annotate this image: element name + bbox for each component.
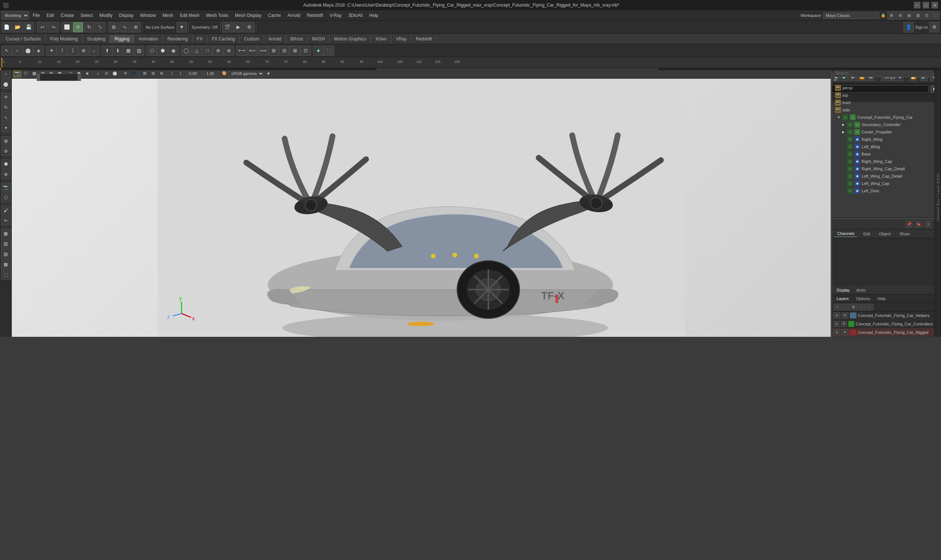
attr-expand-btn[interactable]: ⟩	[924, 220, 932, 228]
outliner-search-input[interactable]	[833, 69, 933, 77]
layout-4[interactable]: ▩	[1, 260, 11, 269]
open-scene-btn[interactable]: 📂	[12, 22, 23, 32]
sculpt-btn[interactable]: ⊛	[1, 146, 11, 156]
menu-mesh[interactable]: Mesh	[160, 11, 176, 20]
snap-point-btn[interactable]: ⊕	[131, 22, 141, 32]
tab-curves-surfaces[interactable]: Curves / Surfaces	[2, 35, 46, 43]
ik-spline-tool[interactable]: ⤵	[68, 46, 78, 56]
ipr-btn[interactable]: ▶	[233, 22, 243, 32]
nonlinear-tool[interactable]: ◉	[168, 46, 178, 56]
maximize-button[interactable]: □	[923, 2, 929, 8]
menu-edit-mesh[interactable]: Edit Mesh	[177, 11, 202, 20]
select-btn[interactable]: ⬜	[62, 22, 72, 32]
layout-2[interactable]: ▧	[1, 239, 11, 249]
controller-tool-1[interactable]: ◯	[181, 46, 191, 56]
universal-tool-btn[interactable]: ✦	[1, 123, 11, 133]
camera-persp[interactable]: 📷 persp	[832, 84, 934, 92]
parent-tool[interactable]: ⬆	[102, 46, 112, 56]
menu-edit[interactable]: Edit	[43, 11, 57, 20]
layers-subtab-layers[interactable]: Layers	[834, 295, 851, 302]
move-tool-btn[interactable]: ✛	[1, 92, 11, 102]
render-settings-btn[interactable]: ⚙	[244, 22, 254, 32]
layer-p-controllers[interactable]: P	[841, 321, 847, 327]
close-button[interactable]: ✕	[932, 2, 938, 8]
minimize-button[interactable]: ─	[914, 2, 920, 8]
vp-shading2[interactable]: ⊙	[102, 69, 110, 78]
vp-shading3[interactable]: ⬤	[111, 69, 119, 78]
vp-hud-btn[interactable]: ⊟	[149, 69, 157, 78]
camera-front[interactable]: 📷 front	[832, 99, 934, 106]
controller-tool-2[interactable]: △	[192, 46, 202, 56]
controller-tool-4[interactable]: ⊕	[213, 46, 223, 56]
menu-select[interactable]: Select	[78, 11, 95, 20]
expand-icon-secondary[interactable]: ▶	[841, 123, 846, 126]
new-scene-btn[interactable]: 📄	[2, 22, 12, 32]
quick-layout-btn[interactable]: ▦	[1, 229, 11, 238]
rotate-tool-btn[interactable]: ↻	[1, 103, 11, 112]
vp-shadow-btn[interactable]: ☀	[121, 69, 129, 78]
show-manip-btn[interactable]: ⬟	[1, 159, 11, 169]
layers-move-btn[interactable]: ↑	[858, 304, 865, 310]
layers-move-down-btn[interactable]: ↓	[866, 304, 873, 310]
layer-p-rigged[interactable]: P	[842, 329, 848, 335]
outliner-item-ldoor[interactable]: ⬡ ⬟ Left_Door	[832, 187, 934, 194]
layout-btn-6[interactable]: ⬚	[932, 11, 939, 20]
controller-tool-3[interactable]: □	[202, 46, 212, 56]
menu-file[interactable]: File	[30, 11, 43, 20]
tab-fx[interactable]: FX	[193, 35, 208, 43]
tab-motion-graphics[interactable]: Motion Graphics	[329, 35, 371, 43]
sign-in-btn[interactable]: 👤	[904, 22, 914, 32]
constraint-tool-1[interactable]: ⟷	[237, 46, 247, 56]
tab-vray[interactable]: VRay	[391, 35, 411, 43]
constraint-tool-7[interactable]: ⊡	[300, 46, 311, 56]
layout-btn-4[interactable]: ▥	[914, 11, 922, 20]
snap-grid-btn[interactable]: ⊞	[109, 22, 119, 32]
soft-mod-btn[interactable]: ◍	[1, 136, 11, 146]
joint-tool[interactable]: ✦	[46, 46, 57, 56]
tab-custom[interactable]: Custom	[240, 35, 264, 43]
outliner-item-rwcd[interactable]: ⬡ ⬟ Right_Wing_Cap_Detail	[832, 165, 934, 172]
constraint-tool-5[interactable]: ⊟	[279, 46, 289, 56]
vp-grid-btn[interactable]: ⊞	[140, 69, 149, 78]
layout-5[interactable]: ⬚	[1, 270, 11, 280]
layout-btn-2[interactable]: ⊟	[896, 11, 904, 20]
lasso-tool[interactable]: ○	[12, 46, 22, 56]
controller-tool-5[interactable]: ⊗	[224, 46, 234, 56]
outliner-item-base[interactable]: ⬡ ⬟ Base	[832, 151, 934, 158]
constraint-tool-2[interactable]: ⟸	[247, 46, 257, 56]
transform-btn[interactable]: ✛	[73, 22, 83, 32]
timeline-ruler[interactable]: 1 5 10 15 20 25 30 35 40 45 50 55 60 65	[0, 58, 941, 68]
layer-v-controllers[interactable]: V	[833, 321, 840, 327]
menu-arnold[interactable]: Arnold	[284, 11, 303, 20]
constraint-tool-3[interactable]: ⟹	[258, 46, 268, 56]
vp-camera-icon[interactable]: 📷	[13, 69, 22, 78]
vp-exposure-value[interactable]: 0.00	[187, 70, 202, 77]
tab-mash[interactable]: MASH	[308, 35, 330, 43]
search-expand-icon[interactable]: ▼	[833, 78, 837, 82]
vp-isolate-btn[interactable]: ⊛	[157, 69, 166, 78]
layout-btn-5[interactable]: ⊡	[923, 11, 931, 20]
snap-curve-btn[interactable]: ∿	[120, 22, 130, 32]
attr-bookmark-btn[interactable]: 🔖	[915, 220, 923, 228]
menu-redshift[interactable]: Redshift	[304, 11, 326, 20]
tab-bifrost[interactable]: Bifrost	[286, 35, 308, 43]
constraint-tool-6[interactable]: ⊠	[290, 46, 300, 56]
expand-icon-main[interactable]: ▼	[836, 115, 841, 119]
menu-cache[interactable]: Cache	[265, 11, 284, 20]
vp-shading1[interactable]: ○	[94, 69, 102, 78]
timeline-playbar[interactable]	[0, 68, 941, 70]
select-tool[interactable]: ↖	[2, 46, 12, 56]
outliner-item-left-wing[interactable]: ⬡ ⬟ Left_Wing	[832, 143, 934, 151]
menu-modify[interactable]: Modify	[96, 11, 115, 20]
vp-gamma-dropdown[interactable]: sRGB gamma	[229, 69, 264, 78]
outline-btn[interactable]: ⬡	[1, 193, 11, 202]
paint-effects-btn[interactable]: 🖌	[1, 206, 11, 215]
vp-srgb-icon[interactable]: 🎨	[220, 69, 228, 78]
render-btn-left[interactable]: 📷	[1, 182, 11, 192]
render-btn[interactable]: 🎬	[222, 22, 232, 32]
menu-mesh-display[interactable]: Mesh Display	[232, 11, 264, 20]
vp-gamma-value[interactable]: 1.00	[204, 70, 218, 77]
channels-tab-object[interactable]: Object	[876, 231, 893, 237]
layout-btn-1[interactable]: ⊞	[887, 11, 895, 20]
layers-delete-btn[interactable]: -	[842, 304, 849, 310]
